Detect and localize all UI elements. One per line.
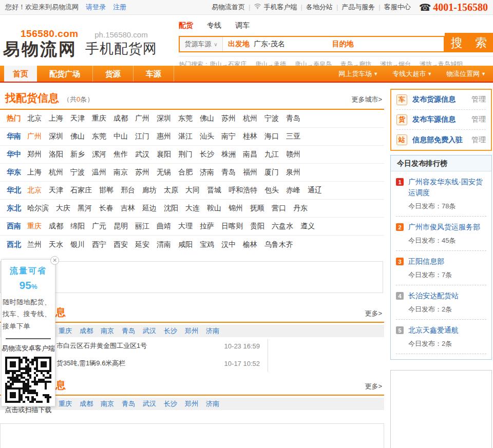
city-link-延安[interactable]: 延安 [135,240,149,249]
city-link-汕头[interactable]: 汕头 [200,132,214,141]
city-link-海口[interactable]: 海口 [264,132,279,141]
destination-label[interactable]: 目的地 [332,40,354,49]
city-link-昆明[interactable]: 昆明 [113,222,128,231]
city-link-西宁[interactable]: 西宁 [92,240,106,249]
city-link-渭南[interactable]: 渭南 [157,240,171,249]
city-link-广元[interactable]: 广元 [92,222,106,231]
search-category-select[interactable]: 货源车源 ∨ [180,37,223,51]
section-city-link-武汉[interactable]: 武汉 [143,326,156,336]
city-link-黑河[interactable]: 黑河 [78,204,92,213]
city-link-福州[interactable]: 福州 [243,168,257,177]
city-link-青岛[interactable]: 青岛 [221,168,236,177]
city-link-宁波[interactable]: 宁波 [264,114,279,123]
city-link-延边[interactable]: 延边 [142,204,157,213]
nav-item-1[interactable]: 配货广场 [37,66,93,82]
city-link-贵阳[interactable]: 贵阳 [250,222,264,231]
city-link-汉中[interactable]: 汉中 [221,240,236,249]
city-link-遵义[interactable]: 遵义 [300,222,315,231]
city-link-长沙[interactable]: 长沙 [200,150,214,159]
publish-link-1[interactable]: 发布车源信息 [412,115,456,124]
city-link-漯河[interactable]: 漯河 [92,150,106,159]
city-link-宝鸡[interactable]: 宝鸡 [200,240,214,249]
city-link-东莞[interactable]: 东莞 [178,114,193,123]
city-link-江门[interactable]: 江门 [135,132,149,141]
section-city-link-青岛[interactable]: 青岛 [122,399,135,408]
city-link-大连[interactable]: 大连 [185,204,200,213]
section-city-link-青岛[interactable]: 青岛 [122,326,135,336]
city-link-兰州[interactable]: 兰州 [27,240,42,249]
city-link-湛江[interactable]: 湛江 [178,132,193,141]
nav-item-2[interactable]: 货源 [93,66,134,82]
login-link[interactable]: 请登录 [86,3,106,12]
section-city-link-重庆[interactable]: 重庆 [59,399,72,408]
city-link-丽江[interactable]: 丽江 [135,222,149,231]
city-link-南昌[interactable]: 南昌 [243,150,257,159]
city-link-苏州[interactable]: 苏州 [221,114,236,123]
nav-dropdown-1[interactable]: 专线大超市▼ [392,69,432,79]
city-link-曲靖[interactable]: 曲靖 [157,222,171,231]
promo-download-label[interactable]: 点击或扫描下载 [2,405,55,415]
city-link-南宁[interactable]: 南宁 [221,132,236,141]
city-link-郑州[interactable]: 郑州 [27,150,42,159]
close-icon[interactable]: ✕ [50,256,59,265]
more-link[interactable]: 更多> [365,309,382,318]
city-link-北京[interactable]: 北京 [27,186,42,195]
city-link-银川[interactable]: 银川 [70,240,85,249]
city-link-锦州[interactable]: 锦州 [229,204,243,213]
topbar-link-2[interactable]: 产品与服务 [342,3,375,11]
city-link-石家庄[interactable]: 石家庄 [70,186,92,195]
city-link-绵阳[interactable]: 绵阳 [70,222,85,231]
city-link-西安[interactable]: 西安 [113,240,128,249]
city-link-晋城[interactable]: 晋城 [207,186,221,195]
city-link-赣州[interactable]: 赣州 [286,150,300,159]
city-link-三亚[interactable]: 三亚 [286,132,300,141]
nav-item-3[interactable]: 车源 [134,66,174,82]
city-link-重庆[interactable]: 重庆 [27,222,42,231]
city-link-荆门[interactable]: 荆门 [178,150,193,159]
city-link-广州[interactable]: 广州 [27,132,42,141]
topbar-link-3[interactable]: 客服中心 [384,3,411,11]
section-city-link-南京[interactable]: 南京 [101,399,114,408]
city-link-成都[interactable]: 成都 [49,222,63,231]
city-link-深圳[interactable]: 深圳 [157,114,171,123]
city-link-北京[interactable]: 北京 [27,114,42,123]
city-link-营口[interactable]: 营口 [272,204,286,213]
city-link-上海[interactable]: 上海 [27,168,42,177]
city-link-鞍山[interactable]: 鞍山 [207,204,221,213]
section-city-link-郑州[interactable]: 郑州 [185,326,198,336]
city-link-成都[interactable]: 成都 [113,114,128,123]
city-link-重庆[interactable]: 重庆 [92,114,106,123]
section-city-link-南京[interactable]: 南京 [101,326,114,336]
city-link-惠州[interactable]: 惠州 [157,132,171,141]
city-link-吉林[interactable]: 吉林 [121,204,135,213]
city-link-拉萨[interactable]: 拉萨 [200,222,214,231]
search-tab-1[interactable]: 专线 [207,21,221,30]
city-link-苏州[interactable]: 苏州 [135,168,149,177]
ranking-company-link[interactable]: 长治安达配货站 [408,290,459,301]
city-link-抚顺[interactable]: 抚顺 [250,204,264,213]
section-city-link-郑州[interactable]: 郑州 [185,399,198,408]
city-link-东莞[interactable]: 东莞 [92,132,106,141]
manage-link-2[interactable]: 管理 [471,135,486,145]
site-logo[interactable]: 156580.com 易物流网 [3,28,79,61]
city-link-株洲[interactable]: 株洲 [221,150,236,159]
city-link-合肥[interactable]: 合肥 [178,168,193,177]
city-link-通辽[interactable]: 通辽 [308,186,322,195]
city-link-青岛[interactable]: 青岛 [286,114,300,123]
ranking-company-link[interactable]: 广州市俊风货运服务部 [408,222,480,232]
city-link-厦门[interactable]: 厦门 [264,168,279,177]
section-city-link-长沙[interactable]: 长沙 [164,399,177,408]
city-link-中山[interactable]: 中山 [113,132,128,141]
city-link-新乡[interactable]: 新乡 [70,150,85,159]
city-link-济南[interactable]: 济南 [200,168,214,177]
city-link-赤峰[interactable]: 赤峰 [286,186,300,195]
ranking-company-link[interactable]: 北京天鑫爱通航 [408,325,459,336]
nav-dropdown-0[interactable]: 网上货车场▼ [338,69,378,79]
nav-item-0[interactable]: 首页 [4,66,37,82]
city-link-榆林[interactable]: 榆林 [243,240,257,249]
city-link-杭州[interactable]: 杭州 [49,168,63,177]
city-link-乌鲁木齐[interactable]: 乌鲁木齐 [264,240,293,249]
city-link-哈尔滨[interactable]: 哈尔滨 [27,204,49,213]
city-link-杭州[interactable]: 杭州 [243,114,257,123]
qr-code[interactable] [5,357,51,403]
